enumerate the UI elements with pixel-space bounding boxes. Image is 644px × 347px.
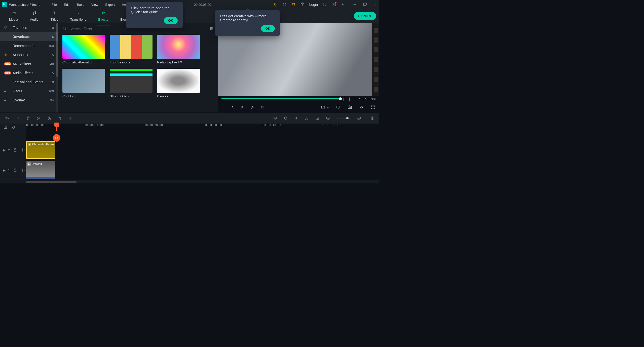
adjust-icon[interactable] <box>57 116 62 121</box>
grid-view-icon[interactable] <box>209 26 214 32</box>
volume-icon[interactable] <box>359 105 364 109</box>
clip-chromatic-aberration[interactable]: ★Chromatic Aberra <box>26 141 55 159</box>
voiceover-icon[interactable] <box>294 116 299 121</box>
video-track-content[interactable]: ▶Drawing <box>26 160 379 180</box>
delete-icon[interactable] <box>26 116 31 121</box>
undo-icon[interactable] <box>5 116 10 121</box>
sidebar-item-recommended[interactable]: Recommended100 <box>0 41 58 50</box>
menu-tools[interactable]: Tools <box>73 2 88 8</box>
playhead[interactable]: ✂ <box>56 124 57 131</box>
crown-icon: ♛ <box>4 53 10 57</box>
display-icon[interactable] <box>336 105 340 109</box>
audio-wave-icon[interactable] <box>68 116 73 121</box>
headset-icon[interactable] <box>282 2 287 7</box>
sidebar-item-downloads[interactable]: Downloads6 <box>0 32 58 41</box>
preview-progress[interactable] <box>221 98 340 99</box>
scissor-icon[interactable]: ✂ <box>53 134 60 142</box>
redo-icon[interactable] <box>15 116 20 121</box>
login-button[interactable]: Login <box>309 3 318 7</box>
tab-audio[interactable]: Audio <box>24 9 44 23</box>
message-icon[interactable] <box>331 2 336 7</box>
add-track-icon[interactable] <box>3 125 8 130</box>
sidebar-item-ai-portrait[interactable]: ♛AI Portrait5 <box>0 50 58 59</box>
preview-progress-row: { } 00:00:05:00 <box>218 96 379 102</box>
fullscreen-icon[interactable] <box>371 105 375 109</box>
sidebar-item-audio-effects[interactable]: HOTAudio Effects5 <box>0 68 58 78</box>
timeline: 00:00:00:00 00:00:10:00 00:00:20:00 00:0… <box>0 124 379 204</box>
popup-ok-button[interactable]: OK <box>164 17 178 24</box>
effect-cool-film[interactable]: Cool Film <box>62 69 105 98</box>
bracket-right-icon[interactable]: } <box>349 97 352 101</box>
save-icon[interactable] <box>322 2 327 7</box>
eye-icon[interactable] <box>20 148 25 152</box>
page-indicator[interactable]: 1/2▾ <box>321 105 329 109</box>
render-icon[interactable] <box>273 116 278 121</box>
preview-controls: 1/2▾ <box>218 102 379 112</box>
lock-icon[interactable] <box>13 168 17 172</box>
timeline-scrollbar[interactable] <box>0 180 379 183</box>
gift-icon[interactable] <box>300 2 305 7</box>
zoom-out-icon[interactable] <box>325 116 330 121</box>
link-icon[interactable] <box>11 125 16 130</box>
tab-transitions[interactable]: Transitions <box>64 9 92 23</box>
keyframe-icon[interactable] <box>315 116 320 121</box>
sidebar-item-festival[interactable]: Festival and Events10 <box>0 78 58 87</box>
zoom-slider[interactable] <box>336 118 351 119</box>
close-icon[interactable] <box>373 2 377 7</box>
effect-thumb <box>157 35 200 59</box>
mixer-icon[interactable] <box>304 116 309 121</box>
clip-drawing[interactable]: ▶Drawing <box>26 161 55 179</box>
effect-chromatic-aberration[interactable]: Chromatic Aberration <box>62 35 105 64</box>
svg-point-11 <box>211 28 212 29</box>
minimize-icon[interactable] <box>353 2 357 7</box>
chevron-down-icon: ▾ <box>327 105 329 109</box>
svg-point-19 <box>349 107 351 108</box>
tab-effects[interactable]: Effects <box>92 9 114 23</box>
tab-media[interactable]: Media <box>3 9 24 23</box>
sidebar-item-favorites[interactable]: ♡Favorites0 <box>0 23 58 32</box>
video-track-header: ▶1 <box>0 160 26 180</box>
maximize-icon[interactable] <box>363 2 367 7</box>
svg-rect-2 <box>332 3 335 6</box>
effect-thumb <box>157 69 200 93</box>
download-icon[interactable] <box>340 2 345 7</box>
effect-radio-explike[interactable]: Radio Explike FX <box>157 35 200 64</box>
sidebar-item-overlay[interactable]: ▶Overlay94 <box>0 96 58 105</box>
timeline-options-icon[interactable] <box>370 116 375 121</box>
star-icon: ★ <box>28 143 31 146</box>
sidebar-item-filters[interactable]: ▶Filters160 <box>0 87 58 96</box>
fx-track-content[interactable]: ★Chromatic Aberra <box>26 140 379 160</box>
zoom-in-icon[interactable] <box>357 116 362 121</box>
app-title: Wondershare Filmora <box>9 3 41 7</box>
prev-frame-icon[interactable] <box>230 105 234 109</box>
export-button[interactable]: EXPORT <box>354 12 376 20</box>
step-fwd-icon[interactable] <box>240 105 244 109</box>
play-icon[interactable] <box>250 105 254 109</box>
menu-file[interactable]: File <box>48 2 60 8</box>
svg-rect-31 <box>373 117 373 120</box>
menu-export[interactable]: Export <box>102 2 118 8</box>
sidebar-scrollbar[interactable] <box>56 23 58 112</box>
effect-four-seasons[interactable]: Four Seasons <box>110 35 153 64</box>
popup-ok-button[interactable]: OK <box>261 25 275 32</box>
timeline-ruler[interactable]: 00:00:00:00 00:00:10:00 00:00:20:00 00:0… <box>26 124 379 131</box>
text-icon <box>52 11 57 17</box>
eye-icon[interactable] <box>20 168 25 172</box>
stop-icon[interactable] <box>260 105 264 109</box>
sidebar-item-ar-stickers[interactable]: NewAR Stickers40 <box>0 59 58 68</box>
lightbulb-icon[interactable] <box>273 2 278 7</box>
split-icon[interactable] <box>36 116 41 121</box>
menu-edit[interactable]: Edit <box>60 2 73 8</box>
tab-titles[interactable]: Titles <box>45 9 64 23</box>
bracket-left-icon[interactable]: { <box>343 97 346 101</box>
speed-icon[interactable] <box>47 116 52 121</box>
play-icon: ▶ <box>27 162 31 166</box>
snapshot-icon[interactable] <box>348 105 352 109</box>
marker-icon[interactable] <box>283 116 288 121</box>
cart-icon[interactable] <box>291 2 296 7</box>
effect-canvas[interactable]: Canvas <box>157 69 200 98</box>
music-icon <box>32 11 36 17</box>
lock-icon[interactable] <box>13 148 17 152</box>
menu-view[interactable]: View <box>88 2 102 8</box>
effect-strong-glitch[interactable]: Strong Glitch <box>110 69 153 98</box>
